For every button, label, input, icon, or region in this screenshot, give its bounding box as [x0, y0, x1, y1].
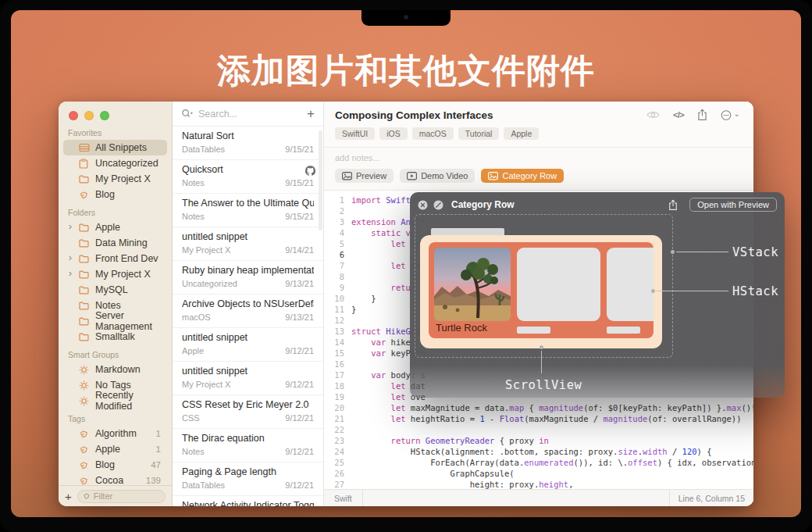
share-icon[interactable] — [697, 109, 707, 121]
snippet-list-panel: Search... + Natural SortDataTables9/15/2… — [173, 102, 324, 506]
list-item[interactable]: Archive Objects to NSUserDefaultsmacOS9/… — [173, 295, 323, 328]
list-scrollbar[interactable] — [319, 130, 322, 230]
preview-eye-icon[interactable] — [646, 110, 660, 120]
snippets-icon — [79, 142, 91, 153]
popup-share-icon[interactable] — [668, 199, 678, 211]
line-number: 19 — [324, 391, 344, 402]
snippet-item-meta: My Project X9/12/21 — [182, 380, 314, 390]
sidebar-item-label: MySQL — [95, 284, 128, 295]
open-with-preview-button[interactable]: Open with Preview — [689, 198, 777, 212]
sidebar-item-markdown[interactable]: Markdown — [63, 362, 167, 377]
snippet-item-date: 9/12/21 — [285, 413, 314, 423]
sidebar-item-data-mining[interactable]: Data Mining — [63, 235, 167, 251]
snippet-item-meta: Apple9/12/21 — [182, 346, 314, 356]
sidebar-item-smalltalk[interactable]: Smalltalk — [63, 329, 167, 345]
list-item[interactable]: Network Activity Indicator Toggle Vi...m… — [173, 496, 323, 506]
sidebar-item-my-project-x[interactable]: My Project X — [63, 171, 167, 187]
list-item[interactable]: Ruby binary heap implementationUncategor… — [173, 261, 323, 295]
close-icon[interactable] — [418, 200, 428, 210]
slash-circle-icon[interactable] — [433, 200, 443, 210]
snippet-item-title: Quicksort — [182, 164, 314, 176]
list-item[interactable]: Natural SortDataTables9/15/21 — [173, 127, 323, 160]
snippet-item-title: untitled snippet — [182, 332, 314, 344]
code-text: HStack(alignment: .bottom, spacing: prox… — [351, 446, 712, 457]
snippet-item-date: 9/12/21 — [285, 480, 314, 491]
chevron-right-icon[interactable]: › — [69, 269, 72, 278]
tag-pill-apple[interactable]: Apple — [504, 127, 539, 140]
sidebar-item-label: Notes — [95, 300, 121, 311]
minimize-window-button[interactable] — [84, 111, 94, 120]
list-item[interactable]: CSS Reset by Eric Meyer 2.0CSS9/12/21 — [173, 395, 323, 429]
attachment-chip-preview[interactable]: Preview — [335, 169, 394, 183]
turtle-rock-photo — [434, 248, 511, 321]
line-number: 22 — [324, 424, 344, 435]
sidebar-item-server-management[interactable]: Server Management — [63, 313, 167, 329]
list-item[interactable]: untitled snippetMy Project X9/14/21 — [173, 227, 323, 261]
list-item[interactable]: Paging & Page lengthDataTables9/12/21 — [173, 462, 323, 496]
add-group-button[interactable]: + — [65, 491, 72, 502]
list-item[interactable]: The Dirac equationNotes9/12/21 — [173, 429, 323, 462]
chevron-right-icon[interactable]: › — [69, 222, 72, 231]
code-text: } — [351, 293, 376, 304]
attachment-preview-popup: Category Row Open with Preview — [410, 192, 785, 398]
snippet-item-title: Archive Objects to NSUserDefaults — [182, 298, 314, 310]
sidebar-item-mysql[interactable]: MySQL — [63, 282, 167, 298]
snippet-item-date: 9/13/21 — [285, 279, 314, 289]
tag-pill-swiftui[interactable]: SwiftUI — [335, 127, 375, 140]
macbook-bezel: 添加图片和其他文件附件 FavoritesAll SnippetsUncateg… — [0, 0, 812, 532]
sidebar-item-front-end-dev[interactable]: ›Front End Dev — [63, 251, 167, 266]
category-row-card: Turtle Rock — [420, 235, 662, 348]
snippet-item-folder: Notes — [182, 178, 205, 188]
line-number: 14 — [324, 337, 344, 348]
sidebar-item-label: Markdown — [95, 364, 141, 375]
line-number: 2 — [324, 205, 344, 216]
sidebar-item-blog[interactable]: Blog47 — [63, 457, 167, 473]
zoom-window-button[interactable] — [100, 111, 109, 120]
chevron-right-icon[interactable]: › — [69, 253, 72, 262]
sidebar-item-my-project-x[interactable]: ›My Project X — [63, 266, 167, 282]
sidebar-item-label: My Project X — [95, 173, 151, 184]
code-line: 22 — [324, 424, 753, 435]
photo-caption: Turtle Rock — [436, 322, 487, 334]
sidebar-item-label: Uncategorized — [95, 158, 158, 169]
sidebar-item-apple[interactable]: Apple1 — [63, 441, 167, 457]
attachment-chip-category-row[interactable]: Category Row — [481, 169, 564, 183]
search-icon[interactable] — [181, 109, 194, 119]
tag-pill-macos[interactable]: macOS — [412, 127, 454, 140]
search-input[interactable]: Search... — [198, 109, 302, 120]
gear-icon — [79, 395, 91, 406]
sidebar-sections: FavoritesAll SnippetsUncategorizedMy Pro… — [59, 122, 172, 485]
sidebar-item-algorithm[interactable]: Algorithm1 — [63, 426, 167, 441]
code-text: height: proxy.height, — [351, 479, 573, 489]
sidebar-filter-input[interactable]: Filter — [77, 490, 166, 503]
sidebar-item-blog[interactable]: Blog — [63, 187, 167, 202]
sidebar-section-header-favorites: Favorites — [68, 128, 172, 138]
notes-input[interactable]: add notes... — [335, 153, 743, 162]
sidebar-item-cocoa[interactable]: Cocoa139 — [63, 473, 167, 485]
more-menu-button[interactable]: ⌄ — [721, 109, 740, 121]
list-item[interactable]: QuicksortNotes9/15/21 — [173, 160, 323, 194]
attachment-chip-demo-video[interactable]: Demo Video — [400, 169, 475, 183]
sidebar-item-label: All Snippets — [95, 142, 147, 153]
close-window-button[interactable] — [69, 111, 78, 120]
line-number: 15 — [324, 348, 344, 359]
tag-pill-tutorial[interactable]: Tutorial — [458, 127, 500, 140]
snippet-tags: SwiftUIiOSmacOSTutorialApple — [335, 127, 743, 140]
new-snippet-button[interactable]: + — [307, 107, 315, 120]
list-item[interactable]: untitled snippetMy Project X9/12/21 — [173, 362, 323, 395]
code-text: } — [351, 304, 356, 315]
sidebar-item-count: 1 — [156, 445, 167, 454]
tag-pill-ios[interactable]: iOS — [379, 127, 408, 140]
language-selector[interactable]: Swift — [324, 490, 363, 506]
list-item[interactable]: untitled snippetApple9/12/21 — [173, 328, 323, 362]
sidebar-item-apple[interactable]: ›Apple — [63, 220, 167, 235]
sidebar-item-recently-modified[interactable]: Recently Modified — [63, 393, 167, 409]
snippet-item-date: 9/14/21 — [285, 245, 314, 255]
folder-icon — [79, 269, 91, 280]
list-item[interactable]: The Answer to the Ultimate QuestionNotes… — [173, 194, 323, 227]
sidebar-item-uncategorized[interactable]: Uncategorized — [63, 155, 167, 171]
line-number: 8 — [324, 271, 344, 282]
sidebar-item-all-snippets[interactable]: All Snippets — [63, 140, 167, 155]
code-mode-icon[interactable]: </> — [673, 110, 684, 120]
snippet-title[interactable]: Composing Complex Interfaces — [335, 109, 646, 121]
